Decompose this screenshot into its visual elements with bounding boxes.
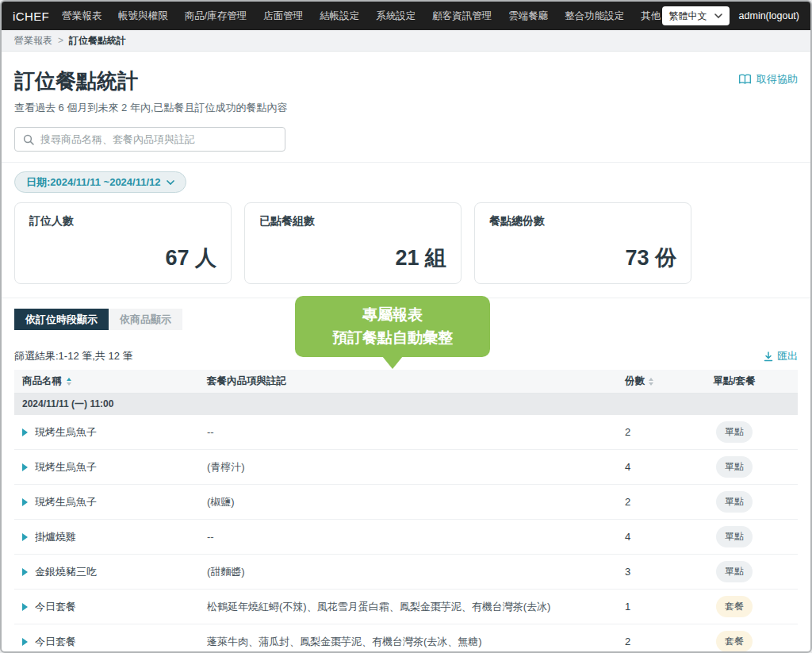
app-logo[interactable]: iCHEF: [13, 10, 49, 23]
table-row: 金銀燒豬三吃 (甜麵醬) 3 單點: [14, 555, 798, 590]
chevron-down-icon: [167, 180, 174, 185]
sort-icon[interactable]: [67, 378, 71, 386]
menu-item[interactable]: 雲端餐廳: [508, 10, 548, 23]
product-name: 現烤生烏魚子: [35, 425, 97, 440]
stat-label: 訂位人數: [29, 214, 216, 229]
cell-qty: 2: [625, 496, 671, 508]
promo-tooltip: 專屬報表 預訂餐點自動彙整: [295, 296, 490, 357]
export-label: 匯出: [777, 349, 798, 363]
stat-card: 已點餐組數 21 組: [244, 202, 462, 284]
cell-qty: 1: [625, 601, 671, 613]
table-row: 今日套餐 松鶴延年燒紅蟳(不辣)、風花雪月蛋白霜、鳳梨金棗芋泥、有機台灣茶(去冰…: [14, 590, 798, 624]
search-icon: [23, 134, 34, 145]
cell-qty: 4: [625, 531, 671, 543]
caret-right-icon[interactable]: [22, 638, 28, 646]
cell-type: 單點: [671, 421, 798, 443]
filter-row: 日期:2024/11/11 ~2024/11/12: [14, 171, 798, 193]
main-content: 訂位餐點統計 查看過去 6 個月到未來 2 年內,已點餐且訂位成功的餐點內容 取…: [2, 67, 810, 653]
stat-card: 訂位人數 67 人: [14, 202, 232, 284]
cell-note: 松鶴延年燒紅蟳(不辣)、風花雪月蛋白霜、鳳梨金棗芋泥、有機台灣茶(去冰): [207, 600, 625, 614]
menu-item[interactable]: 系統設定: [376, 10, 416, 23]
cell-product: 今日套餐: [14, 635, 207, 649]
cell-note: --: [207, 426, 625, 438]
menu-item[interactable]: 顧客資訊管理: [432, 10, 492, 23]
stat-label: 餐點總份數: [489, 214, 676, 229]
product-name: 今日套餐: [35, 635, 76, 649]
divider: [2, 162, 810, 163]
group-row-label: 2024/11/11 (一) 11:00: [22, 398, 113, 411]
caret-right-icon[interactable]: [22, 463, 28, 471]
caret-right-icon[interactable]: [22, 498, 28, 506]
chevron-down-icon: [714, 13, 722, 18]
menu-item[interactable]: 整合功能設定: [565, 10, 624, 23]
menu-item[interactable]: 營業報表: [62, 10, 102, 23]
column-label: 商品名稱: [22, 375, 62, 388]
caret-right-icon[interactable]: [22, 428, 28, 436]
stat-label: 已點餐組數: [259, 214, 446, 229]
column-label: 單點/套餐: [713, 375, 755, 386]
top-navigation: iCHEF 營業報表 帳號與權限 商品/庫存管理 店面管理 結帳設定 系統設定 …: [2, 2, 810, 30]
table-row: 現烤生烏魚子 (椒鹽) 2 單點: [14, 485, 798, 520]
main-menu: 營業報表 帳號與權限 商品/庫存管理 店面管理 結帳設定 系統設定 顧客資訊管理…: [62, 10, 661, 23]
tab[interactable]: 依商品顯示: [109, 309, 182, 330]
page-header-text: 訂位餐點統計 查看過去 6 個月到未來 2 年內,已點餐且訂位成功的餐點內容: [14, 67, 288, 115]
tab-label: 依訂位時段顯示: [25, 313, 98, 325]
stat-card: 餐點總份數 73 份: [474, 202, 691, 284]
table-header: 商品名稱 套餐內品項與註記 份數 單點/套餐: [14, 370, 798, 394]
type-badge: 單點: [716, 491, 753, 513]
tooltip-arrow: [382, 356, 403, 369]
menu-item[interactable]: 結帳設定: [320, 10, 359, 23]
cell-note: (甜麵醬): [207, 565, 625, 579]
account-logout-link[interactable]: admin(logout): [739, 10, 799, 21]
language-selector[interactable]: 繁體中文: [662, 6, 730, 25]
product-name: 掛爐燒雞: [35, 530, 76, 544]
breadcrumb-parent[interactable]: 營業報表: [14, 34, 52, 48]
promo-tooltip-line2: 預訂餐點自動彙整: [303, 326, 482, 349]
menu-item[interactable]: 商品/庫存管理: [185, 10, 247, 23]
cell-qty: 4: [625, 461, 671, 473]
cell-type: 單點: [671, 526, 798, 547]
column-header-type: 單點/套餐: [671, 375, 798, 388]
product-name: 金銀燒豬三吃: [35, 565, 97, 579]
app-window: iCHEF 營業報表 帳號與權限 商品/庫存管理 店面管理 結帳設定 系統設定 …: [0, 0, 812, 653]
caret-right-icon[interactable]: [22, 533, 28, 541]
column-header-qty[interactable]: 份數: [625, 375, 671, 388]
get-help-link[interactable]: 取得協助: [738, 72, 798, 86]
type-badge: 套餐: [716, 631, 753, 652]
cell-note: (青檸汁): [207, 460, 625, 474]
language-label: 繁體中文: [669, 10, 707, 23]
menu-item[interactable]: 其他: [641, 10, 661, 23]
stat-value: 21 組: [395, 244, 446, 272]
cell-product: 現烤生烏魚子: [14, 495, 207, 509]
menu-item[interactable]: 店面管理: [263, 10, 303, 23]
table-row: 掛爐燒雞 -- 4 單點: [14, 520, 798, 555]
caret-right-icon[interactable]: [22, 603, 28, 611]
cell-note: (椒鹽): [207, 495, 625, 509]
cell-type: 單點: [671, 456, 798, 478]
page-header: 訂位餐點統計 查看過去 6 個月到未來 2 年內,已點餐且訂位成功的餐點內容 取…: [14, 67, 798, 115]
product-name: 現烤生烏魚子: [35, 495, 97, 509]
breadcrumb-current: 訂位餐點統計: [69, 34, 126, 48]
tab-label: 依商品顯示: [120, 313, 171, 325]
type-badge: 套餐: [716, 596, 753, 617]
cell-note: --: [207, 531, 625, 543]
page-subtitle: 查看過去 6 個月到未來 2 年內,已點餐且訂位成功的餐點內容: [14, 101, 288, 115]
sort-icon[interactable]: [649, 378, 653, 386]
search-input[interactable]: [40, 133, 277, 145]
table-row: 現烤生烏魚子 -- 2 單點: [14, 415, 798, 450]
type-badge: 單點: [716, 456, 753, 478]
cell-type: 單點: [671, 491, 798, 513]
caret-right-icon[interactable]: [22, 568, 28, 576]
cell-product: 金銀燒豬三吃: [14, 565, 207, 579]
tab[interactable]: 依訂位時段顯示: [14, 309, 109, 330]
cell-type: 單點: [671, 561, 798, 582]
export-button[interactable]: 匯出: [764, 349, 798, 363]
date-filter-chip[interactable]: 日期:2024/11/11 ~2024/11/12: [14, 171, 186, 193]
type-badge: 單點: [716, 561, 753, 582]
menu-item[interactable]: 帳號與權限: [118, 10, 168, 23]
results-summary: 篩選結果:1-12 筆,共 12 筆: [14, 349, 133, 363]
type-badge: 單點: [716, 526, 753, 547]
column-label: 套餐內品項與註記: [207, 375, 286, 386]
column-header-product[interactable]: 商品名稱: [14, 375, 207, 388]
cell-product: 今日套餐: [14, 600, 207, 614]
